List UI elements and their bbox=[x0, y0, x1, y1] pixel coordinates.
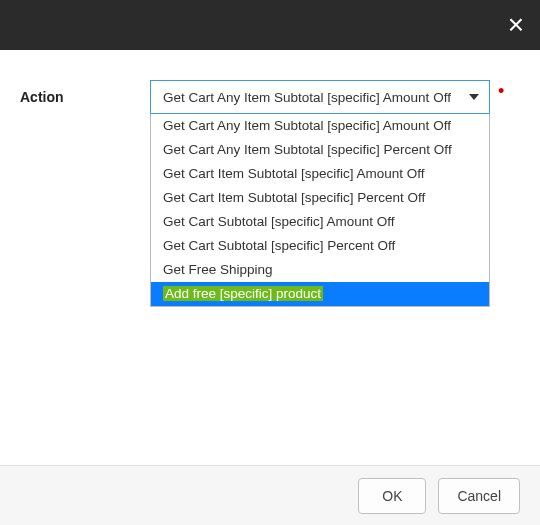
action-select-value: Get Cart Any Item Subtotal [specific] Am… bbox=[163, 90, 451, 105]
action-select[interactable]: Get Cart Any Item Subtotal [specific] Am… bbox=[150, 80, 490, 114]
action-option[interactable]: Get Cart Any Item Subtotal [specific] Pe… bbox=[151, 138, 489, 162]
modal-header: × bbox=[0, 0, 540, 50]
action-option[interactable]: Get Cart Item Subtotal [specific] Percen… bbox=[151, 186, 489, 210]
required-indicator: • bbox=[498, 81, 504, 102]
action-label: Action bbox=[20, 89, 150, 105]
action-option[interactable]: Get Cart Any Item Subtotal [specific] Am… bbox=[151, 114, 489, 138]
chevron-down-icon bbox=[469, 94, 479, 100]
action-option[interactable]: Get Cart Subtotal [specific] Percent Off bbox=[151, 234, 489, 258]
action-option[interactable]: Get Cart Subtotal [specific] Amount Off bbox=[151, 210, 489, 234]
modal-body: Action Get Cart Any Item Subtotal [speci… bbox=[0, 50, 540, 114]
action-option[interactable]: Add free [specific] product bbox=[151, 282, 489, 306]
modal-footer: OK Cancel bbox=[0, 465, 540, 525]
action-dropdown: Get Cart Any Item Subtotal [specific] Am… bbox=[150, 114, 490, 307]
action-option[interactable]: Get Free Shipping bbox=[151, 258, 489, 282]
close-icon[interactable]: × bbox=[502, 5, 530, 45]
ok-button[interactable]: OK bbox=[358, 478, 426, 514]
action-row: Action Get Cart Any Item Subtotal [speci… bbox=[20, 80, 520, 114]
action-select-wrap: Get Cart Any Item Subtotal [specific] Am… bbox=[150, 80, 490, 114]
action-option[interactable]: Get Cart Item Subtotal [specific] Amount… bbox=[151, 162, 489, 186]
cancel-button[interactable]: Cancel bbox=[438, 478, 520, 514]
